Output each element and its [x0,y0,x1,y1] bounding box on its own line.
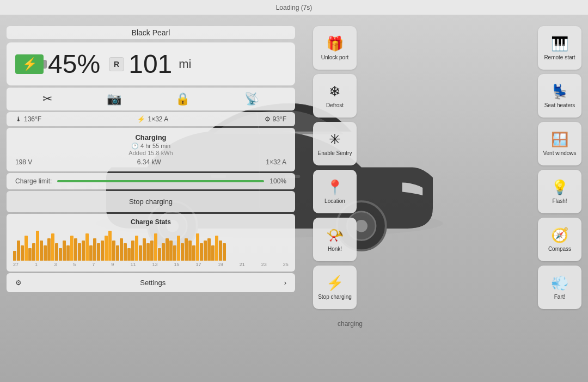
honk-icon: 📯 [326,227,344,244]
charge-limit-label: Charge limit: [15,177,52,185]
stop-charging-button[interactable]: Stop charging [7,191,295,212]
chart-bar [169,241,173,261]
enable-sentry-button[interactable]: ✳Enable Sentry [313,122,357,165]
defrost-label: Defrost [326,102,344,109]
seat-heaters-button[interactable]: 💺Seat heaters [538,74,581,118]
chart-bar [185,238,188,261]
bolt-icon: ⚡ [22,57,37,71]
defrost-icon: ❄ [329,83,341,100]
settings-row[interactable]: ⚙ Settings › [7,273,295,292]
chart-bar [146,243,150,261]
unlock-port-icon: 🎁 [326,35,344,52]
chart-bar [120,238,123,261]
chart-bar [17,241,20,261]
vent-windows-button[interactable]: 🪟Vent windows [538,122,581,165]
chart-bar [51,233,54,261]
battery-icon: ⚡ [15,54,44,74]
battery-container: ⚡ 45% [15,49,100,79]
stop-charging-button[interactable]: ⚡Stop charging [313,266,357,309]
lock-icon: 🔒 [175,92,190,106]
chart-bar [207,238,211,261]
car-name-text: Black Pearl [132,28,170,37]
chart-bar [139,245,142,261]
chart-bar [47,238,51,261]
chart-bar [143,238,146,261]
chart-bar [82,241,85,261]
seat-heaters-icon: 💺 [551,83,568,100]
fart-button[interactable]: 💨Fart! [538,266,581,309]
battery-section: ⚡ 45% R 101 mi [7,42,295,85]
chart-bar [93,238,96,261]
chart-bar [166,238,169,261]
chart-bar [112,241,115,261]
chart-bar [70,236,74,261]
loading-title: Loading (7s) [276,4,313,11]
camera-icon: 📷 [107,92,121,106]
charging-title: Charging [15,133,286,141]
chart-bar [177,236,180,261]
left-panel: Black Pearl ⚡ 45% R 101 mi ✂ 📷 🔒 📡 [7,26,295,292]
info-row: 🌡 136°F ⚡ 1×32 A ⚙ 93°F [7,112,295,126]
chart-bar [223,243,226,261]
chart-bar [135,236,138,261]
unlock-port-label: Unlock port [321,54,349,61]
chart-bar [116,245,119,261]
chart-bar [89,245,93,261]
flash-label: Flash! [552,198,567,205]
chart-bar [63,241,66,261]
location-label: Location [324,198,345,205]
chart-bar [211,245,215,261]
location-button[interactable]: 📍Location [313,170,357,213]
chart-bar [192,245,195,261]
amp-icon: ⚡ [137,115,145,123]
chart-bar [101,241,104,261]
battery-percent-text: 45% [48,49,100,79]
remote-start-button[interactable]: 🎹Remote start [538,26,581,70]
charging-power: 6.34 kW [137,158,161,166]
honk-button[interactable]: 📯Honk! [313,218,357,261]
chart-bar [66,245,70,261]
chart-bar [127,248,131,261]
stop-charging-label: Stop charging [318,294,352,300]
charge-limit-bar [57,180,264,182]
chart-bar [219,241,222,261]
left-temp-item: 🌡 136°F [15,115,41,123]
top-bar: Loading (7s) [0,0,588,15]
chart-bar [124,243,127,261]
chart-bar [24,236,28,261]
chart-bar [28,248,32,261]
charging-time: 🕐 4 hr 55 min [15,143,286,150]
compass-button[interactable]: 🧭Compass [538,218,581,261]
chart-x-labels: 27135791113151719212325 [13,262,289,267]
icon-row: ✂ 📷 🔒 📡 [7,88,295,110]
vent-windows-label: Vent windows [543,150,576,157]
right-action-buttons: 🎹Remote start💺Seat heaters🪟Vent windows💡… [538,26,581,309]
vent-windows-icon: 🪟 [551,131,568,148]
chart-bar [150,241,154,261]
range-section: R 101 mi [109,49,191,79]
chart-bar [215,236,218,261]
chart-bar [44,245,47,261]
location-icon: 📍 [326,179,344,196]
wrench-icon: ✂ [42,92,52,106]
chart-bar [32,243,35,261]
charge-limit-row: Charge limit: 100% [7,173,295,189]
flash-button[interactable]: 💡Flash! [538,170,581,213]
thermometer-icon: 🌡 [15,115,22,123]
settings-chevron-icon: › [284,279,286,287]
charging-amperage: 1×32 A [266,158,286,166]
charge-stats-section: Charge Stats 27135791113151719212325 [7,214,295,272]
unlock-port-button[interactable]: 🎁Unlock port [313,26,357,70]
chart-bar [97,243,100,261]
range-unit: mi [179,57,191,71]
defrost-button[interactable]: ❄Defrost [313,74,357,118]
seat-heaters-label: Seat heaters [544,102,575,109]
flash-icon: 💡 [551,179,568,196]
chart-bar [21,245,24,261]
compass-icon: 🧭 [551,227,568,244]
right-temp-item: ⚙ 93°F [265,115,286,123]
charging-section: Charging 🕐 4 hr 55 min Added 15.8 kWh 19… [7,128,295,171]
chart-bar [154,233,157,261]
chart-bar [162,243,165,261]
chart-bar [181,243,184,261]
